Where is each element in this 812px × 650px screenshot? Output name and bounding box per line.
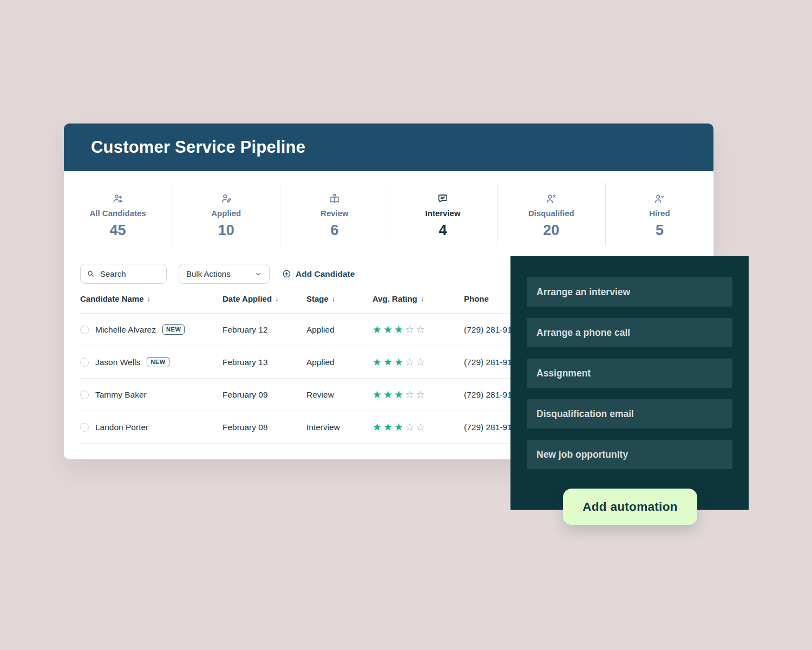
sort-arrow-icon: ↓ (421, 295, 424, 303)
automation-item-disqualification-email[interactable]: Disqualification email (527, 399, 732, 428)
stage-cell: Interview (306, 422, 372, 432)
tab-label: Hired (649, 209, 670, 218)
user-check-icon (653, 193, 665, 205)
candidate-name: Landon Porter (95, 422, 148, 432)
col-header-label: Avg. Rating (372, 294, 417, 303)
tab-applied[interactable]: Applied 10 (172, 183, 280, 246)
tab-label: Interview (425, 209, 461, 218)
candidate-name: Michelle Alvarez (95, 325, 156, 335)
sort-arrow-icon: ↓ (332, 295, 336, 303)
rating-stars[interactable]: ★★★☆☆ (372, 323, 464, 336)
stage-cell: Applied (306, 358, 372, 367)
date-applied-cell: February 13 (222, 358, 306, 367)
tab-count: 4 (439, 222, 447, 239)
new-badge: NEW (147, 357, 169, 367)
star-icon: ★ (394, 356, 405, 368)
col-header-label: Candidate Name (80, 294, 144, 303)
star-icon: ★ (372, 356, 383, 368)
tab-label: Applied (211, 209, 241, 218)
row-checkbox[interactable] (80, 358, 89, 367)
star-icon: ★ (394, 324, 405, 335)
sort-arrow-icon: ↓ (275, 295, 279, 303)
tab-disqualified[interactable]: Disqualified 20 (497, 183, 605, 246)
tab-hired[interactable]: Hired 5 (605, 183, 713, 246)
automation-item-assignment[interactable]: Assignment (527, 359, 732, 388)
star-icon: ★ (394, 389, 405, 400)
tab-label: All Candidates (89, 209, 146, 218)
col-header-date-applied[interactable]: Date Applied ↓ (222, 294, 306, 303)
bulk-actions-label: Bulk Actions (186, 269, 231, 278)
star-icon: ★ (372, 324, 383, 335)
star-icon: ★ (383, 389, 394, 400)
candidate-name-cell: Landon Porter (80, 422, 222, 432)
user-edit-icon (220, 193, 232, 205)
tab-count: 5 (656, 222, 664, 239)
tab-all-candidates[interactable]: All Candidates 45 (64, 183, 172, 246)
row-checkbox[interactable] (80, 326, 89, 334)
date-applied-cell: February 09 (222, 390, 306, 400)
star-icon: ☆ (405, 421, 416, 433)
rating-stars[interactable]: ★★★☆☆ (372, 421, 464, 433)
col-header-avg-rating[interactable]: Avg. Rating ↓ (372, 294, 464, 303)
tab-count: 20 (543, 222, 559, 239)
bulk-actions-dropdown[interactable]: Bulk Actions (179, 264, 270, 284)
col-header-candidate-name[interactable]: Candidate Name ↓ (80, 294, 222, 303)
star-icon: ★ (372, 421, 383, 433)
tab-count: 45 (110, 222, 126, 239)
new-badge: NEW (162, 324, 185, 334)
star-icon: ★ (372, 389, 383, 400)
chat-bubble-icon (437, 193, 449, 205)
search-input[interactable] (99, 269, 160, 279)
add-candidate-label: Add Candidate (296, 269, 355, 279)
stage-cell: Applied (306, 325, 372, 335)
automation-item-new-job-opportunity[interactable]: New job opportunity (527, 440, 732, 469)
users-icon (112, 193, 124, 205)
tab-label: Review (320, 209, 349, 218)
book-reader-icon (329, 193, 340, 205)
candidate-name-cell: Michelle Alvarez NEW (80, 324, 222, 334)
automation-item-arrange-interview[interactable]: Arrange an interview (527, 277, 732, 307)
chevron-down-icon (254, 270, 262, 278)
stage-cell: Review (306, 390, 372, 400)
candidate-name-cell: Tammy Baker (80, 390, 222, 400)
add-candidate-button[interactable]: Add Candidate (282, 269, 355, 279)
row-checkbox[interactable] (80, 423, 89, 432)
sort-arrow-icon: ↓ (147, 295, 151, 303)
rating-stars[interactable]: ★★★☆☆ (372, 356, 464, 368)
date-applied-cell: February 12 (222, 325, 306, 335)
card-header: Customer Service Pipeline (64, 123, 713, 171)
automation-panel: Arrange an interview Arrange a phone cal… (510, 256, 749, 510)
star-icon: ☆ (416, 389, 427, 400)
star-icon: ☆ (405, 324, 416, 335)
row-checkbox[interactable] (80, 391, 89, 399)
col-header-label: Stage (306, 294, 329, 303)
star-icon: ★ (383, 324, 394, 335)
add-automation-button[interactable]: Add automation (563, 489, 697, 525)
star-icon: ☆ (416, 421, 427, 433)
star-icon: ☆ (405, 356, 416, 368)
candidate-name: Jason Wells (95, 358, 140, 367)
search-box[interactable] (80, 264, 167, 284)
plus-circle-icon (282, 269, 291, 278)
candidate-name-cell: Jason Wells NEW (80, 357, 222, 367)
automation-item-arrange-phone-call[interactable]: Arrange a phone call (527, 318, 732, 347)
star-icon: ★ (383, 356, 394, 368)
date-applied-cell: February 08 (222, 422, 306, 432)
page-title: Customer Service Pipeline (91, 138, 305, 157)
user-x-icon (545, 193, 557, 205)
col-header-stage[interactable]: Stage ↓ (306, 294, 372, 303)
col-header-label: Phone (464, 294, 489, 303)
star-icon: ☆ (416, 356, 427, 368)
tab-count: 6 (330, 222, 338, 239)
star-icon: ☆ (405, 389, 416, 400)
star-icon: ★ (383, 421, 394, 433)
search-icon (87, 270, 95, 278)
star-icon: ☆ (416, 324, 427, 335)
candidate-name: Tammy Baker (95, 390, 147, 400)
stage-tabs: All Candidates 45 Applied 10 Review 6 In… (64, 171, 713, 246)
star-icon: ★ (394, 421, 405, 433)
tab-interview[interactable]: Interview 4 (389, 183, 497, 246)
col-header-label: Date Applied (222, 294, 272, 303)
tab-review[interactable]: Review 6 (280, 183, 388, 246)
rating-stars[interactable]: ★★★☆☆ (372, 388, 464, 401)
